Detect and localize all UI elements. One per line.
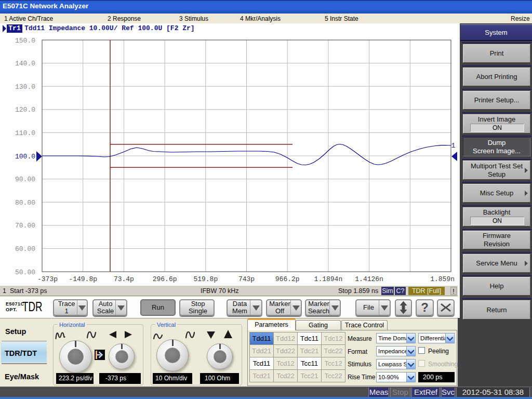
svg-text:-373p: -373p xyxy=(37,275,58,283)
svg-text:140.0: 140.0 xyxy=(15,60,35,68)
svg-text:519.8p: 519.8p xyxy=(193,275,218,283)
svg-text:110.0: 110.0 xyxy=(15,129,35,137)
svg-text:130.0: 130.0 xyxy=(15,83,35,91)
svg-text:296.6p: 296.6p xyxy=(153,275,177,283)
svg-text:966.2p: 966.2p xyxy=(275,275,300,283)
svg-text:1: 1 xyxy=(451,142,456,150)
svg-text:-149.8p: -149.8p xyxy=(69,275,97,283)
svg-text:60.00: 60.00 xyxy=(15,245,35,253)
svg-text:80.00: 80.00 xyxy=(15,199,35,207)
svg-text:150.0: 150.0 xyxy=(15,37,35,45)
svg-text:50.00: 50.00 xyxy=(15,269,35,276)
svg-text:1.859n: 1.859n xyxy=(430,275,455,283)
svg-text:73.4p: 73.4p xyxy=(114,275,134,283)
svg-text:1.1894n: 1.1894n xyxy=(314,275,343,283)
svg-text:120.0: 120.0 xyxy=(15,106,35,114)
svg-text:1.4126n: 1.4126n xyxy=(355,275,383,283)
svg-text:90.00: 90.00 xyxy=(15,176,35,183)
svg-text:100.0: 100.0 xyxy=(15,153,35,161)
svg-text:743p: 743p xyxy=(238,275,255,283)
svg-text:70.00: 70.00 xyxy=(15,222,35,230)
